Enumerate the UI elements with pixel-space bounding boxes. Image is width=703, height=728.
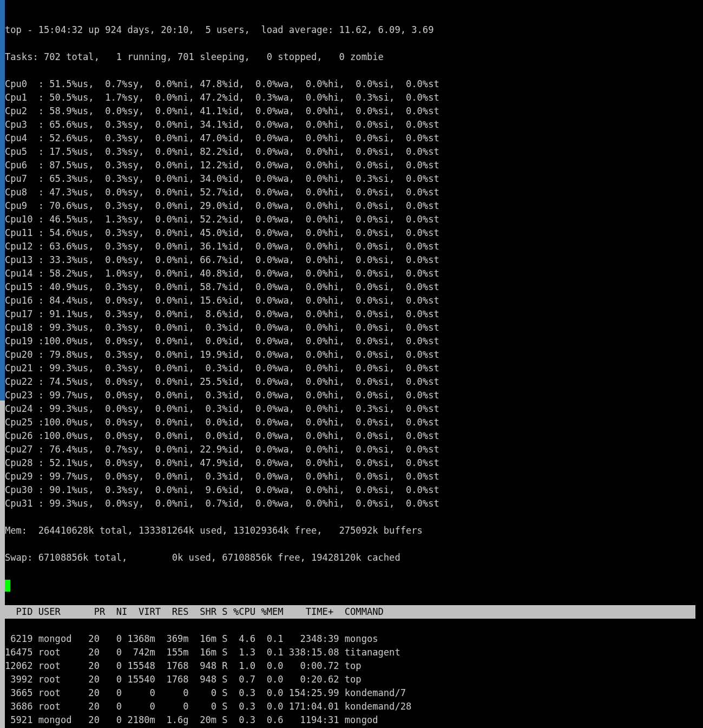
process-row[interactable]: 16475 root 20 0 742m 155m 16m S 1.3 0.1 … xyxy=(5,646,695,659)
cpu-row-6: Cpu6 : 87.5%us, 0.3%sy, 0.0%ni, 12.2%id,… xyxy=(5,159,695,172)
cpu-row-0: Cpu0 : 51.5%us, 0.7%sy, 0.0%ni, 47.8%id,… xyxy=(5,77,695,91)
cpu-row-29: Cpu29 : 99.7%us, 0.0%sy, 0.0%ni, 0.3%id,… xyxy=(5,470,695,483)
cpu-row-28: Cpu28 : 52.1%us, 0.0%sy, 0.0%ni, 47.9%id… xyxy=(5,456,695,470)
process-row[interactable]: 3992 root 20 0 15540 1768 948 S 0.7 0.0 … xyxy=(5,673,695,686)
cpu-row-9: Cpu9 : 70.6%us, 0.3%sy, 0.0%ni, 29.0%id,… xyxy=(5,199,695,213)
cpu-row-8: Cpu8 : 47.3%us, 0.0%sy, 0.0%ni, 52.7%id,… xyxy=(5,186,695,199)
window-sidebar-strip xyxy=(0,0,5,728)
cpu-row-22: Cpu22 : 74.5%us, 0.0%sy, 0.0%ni, 25.5%id… xyxy=(5,375,695,389)
process-header[interactable]: PID USER PR NI VIRT RES SHR S %CPU %MEM … xyxy=(5,605,695,619)
cpu-row-18: Cpu18 : 99.3%us, 0.3%sy, 0.0%ni, 0.3%id,… xyxy=(5,321,695,335)
process-row[interactable]: 3665 root 20 0 0 0 0 S 0.3 0.0 154:25.99… xyxy=(5,686,695,700)
cpu-row-2: Cpu2 : 58.9%us, 0.0%sy, 0.0%ni, 41.1%id,… xyxy=(5,104,695,118)
cpu-row-17: Cpu17 : 91.1%us, 0.3%sy, 0.0%ni, 8.6%id,… xyxy=(5,307,695,321)
cpu-row-26: Cpu26 :100.0%us, 0.0%sy, 0.0%ni, 0.0%id,… xyxy=(5,429,695,443)
cpu-row-5: Cpu5 : 17.5%us, 0.3%sy, 0.0%ni, 82.2%id,… xyxy=(5,145,695,159)
cursor-line[interactable] xyxy=(5,578,695,592)
terminal-cursor[interactable] xyxy=(5,580,10,592)
cpu-row-24: Cpu24 : 99.3%us, 0.0%sy, 0.0%ni, 0.3%id,… xyxy=(5,402,695,416)
cpu-row-4: Cpu4 : 52.6%us, 0.3%sy, 0.0%ni, 47.0%id,… xyxy=(5,132,695,145)
cpu-row-25: Cpu25 :100.0%us, 0.0%sy, 0.0%ni, 0.0%id,… xyxy=(5,416,695,429)
cpu-row-1: Cpu1 : 50.5%us, 1.7%sy, 0.0%ni, 47.2%id,… xyxy=(5,91,695,104)
cpu-row-16: Cpu16 : 84.4%us, 0.0%sy, 0.0%ni, 15.6%id… xyxy=(5,294,695,307)
process-row[interactable]: 12062 root 20 0 15548 1768 948 R 1.0 0.0… xyxy=(5,659,695,673)
cpu-row-13: Cpu13 : 33.3%us, 0.0%sy, 0.0%ni, 66.7%id… xyxy=(5,253,695,267)
cpu-row-30: Cpu30 : 90.1%us, 0.3%sy, 0.0%ni, 9.6%id,… xyxy=(5,483,695,497)
top-tasks-line: Tasks: 702 total, 1 running, 701 sleepin… xyxy=(5,50,695,64)
cpu-row-19: Cpu19 :100.0%us, 0.0%sy, 0.0%ni, 0.0%id,… xyxy=(5,335,695,348)
process-row[interactable]: 6219 mongod 20 0 1368m 369m 16m S 4.6 0.… xyxy=(5,632,695,646)
cpu-row-20: Cpu20 : 79.8%us, 0.3%sy, 0.0%ni, 19.9%id… xyxy=(5,348,695,362)
process-row[interactable]: 3686 root 20 0 0 0 0 S 0.3 0.0 171:04.01… xyxy=(5,700,695,713)
cpu-row-14: Cpu14 : 58.2%us, 1.0%sy, 0.0%ni, 40.8%id… xyxy=(5,267,695,280)
cpu-row-12: Cpu12 : 63.6%us, 0.3%sy, 0.0%ni, 36.1%id… xyxy=(5,240,695,253)
cpu-row-10: Cpu10 : 46.5%us, 1.3%sy, 0.0%ni, 52.2%id… xyxy=(5,213,695,226)
cpu-row-15: Cpu15 : 40.9%us, 0.3%sy, 0.0%ni, 58.7%id… xyxy=(5,280,695,294)
cpu-row-31: Cpu31 : 99.3%us, 0.0%sy, 0.0%ni, 0.7%id,… xyxy=(5,497,695,510)
cpu-row-7: Cpu7 : 65.3%us, 0.3%sy, 0.0%ni, 34.0%id,… xyxy=(5,172,695,186)
process-row[interactable]: 5921 mongod 20 0 2180m 1.6g 20m S 0.3 0.… xyxy=(5,713,695,727)
cpu-row-11: Cpu11 : 54.6%us, 0.3%sy, 0.0%ni, 45.0%id… xyxy=(5,226,695,240)
cpu-row-3: Cpu3 : 65.6%us, 0.3%sy, 0.0%ni, 34.1%id,… xyxy=(5,118,695,132)
terminal-output[interactable]: top - 15:04:32 up 924 days, 20:10, 5 use… xyxy=(5,10,695,728)
top-summary-line: top - 15:04:32 up 924 days, 20:10, 5 use… xyxy=(5,23,695,37)
cpu-row-27: Cpu27 : 76.4%us, 0.7%sy, 0.0%ni, 22.9%id… xyxy=(5,443,695,456)
cpu-row-23: Cpu23 : 99.7%us, 0.0%sy, 0.0%ni, 0.3%id,… xyxy=(5,389,695,402)
mem-line: Mem: 264410628k total, 133381264k used, … xyxy=(5,524,695,537)
cpu-row-21: Cpu21 : 99.3%us, 0.3%sy, 0.0%ni, 0.3%id,… xyxy=(5,362,695,375)
swap-line: Swap: 67108856k total, 0k used, 67108856… xyxy=(5,551,695,565)
